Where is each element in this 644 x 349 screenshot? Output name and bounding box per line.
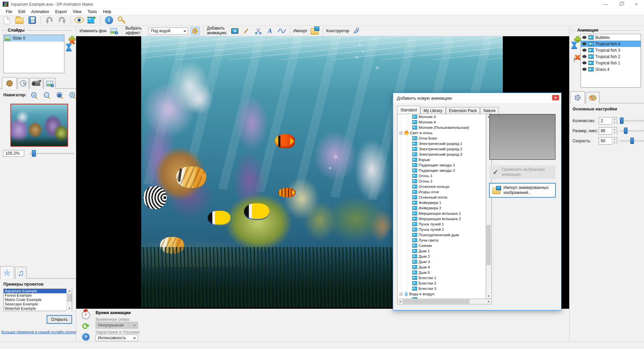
import-animated-images-button[interactable]: Импорт анимированных изображений.. xyxy=(489,183,556,198)
examples-scrollbar[interactable]: ▲ ▼ xyxy=(66,289,72,311)
loop-recycle-icon[interactable]: ⟳ xyxy=(82,322,90,331)
tab-navigator[interactable] xyxy=(2,77,17,89)
tree-item[interactable]: Вода и воздух xyxy=(397,291,486,297)
close-button[interactable]: × xyxy=(629,0,644,8)
size-spinner[interactable]: ▲▼ xyxy=(599,127,617,135)
spin-up-icon[interactable]: ▲ xyxy=(612,128,617,131)
collapse-minus-icon[interactable] xyxy=(399,132,402,135)
flatten-layers-button[interactable] xyxy=(574,57,575,62)
menu-item[interactable]: Tools xyxy=(85,9,100,15)
tree-item[interactable]: Лучи света xyxy=(397,238,486,243)
menu-item[interactable]: View xyxy=(70,9,85,15)
add-text-button[interactable]: A xyxy=(265,27,275,35)
spin-down-icon[interactable]: ▼ xyxy=(612,141,617,145)
tab-color-settings[interactable] xyxy=(586,92,600,103)
scroll-down-arrow[interactable]: ▼ xyxy=(67,306,72,311)
tree-item[interactable]: Дым 1 xyxy=(397,248,486,254)
tree-item[interactable]: Дым 2 xyxy=(397,254,486,259)
spin-up-icon[interactable]: ▲ xyxy=(612,138,617,141)
animation-tree[interactable]: Молния 3 Молния 4 Молния (Пользовательск… xyxy=(397,114,486,299)
tab-camera[interactable] xyxy=(30,78,43,89)
animation-list-item[interactable]: Tropical fish 1 xyxy=(581,60,641,66)
tree-item[interactable]: Падающие звезды 1 xyxy=(397,162,486,168)
export-video-button[interactable] xyxy=(87,15,97,25)
fish-red-angelfish[interactable] xyxy=(275,134,295,148)
tree-item[interactable]: Сияние xyxy=(397,243,486,248)
scrollbar-thumb[interactable] xyxy=(486,225,491,265)
tree-item[interactable]: Молния (Пользовательская) xyxy=(397,125,486,130)
tree-item[interactable]: Пучок лучей 2 xyxy=(397,227,486,232)
slides-list[interactable]: Slide 0 xyxy=(3,35,64,73)
animation-layers-list[interactable]: Bubbles Tropical fish 4 Tropical fish 3 … xyxy=(581,34,641,88)
count-slider-thumb[interactable] xyxy=(620,117,624,124)
new-project-button[interactable] xyxy=(1,15,12,25)
tree-item[interactable]: Электрический разряд 2 xyxy=(397,146,486,152)
zoom-out-icon[interactable]: − xyxy=(44,92,49,98)
example-list-item[interactable]: Seascape Example xyxy=(4,302,72,306)
zoom-100-icon[interactable]: = xyxy=(69,92,75,98)
open-project-button[interactable] xyxy=(14,15,25,25)
tree-item[interactable]: Мерцающая вспышка 1 xyxy=(397,211,486,216)
dialog-tab[interactable]: Nature xyxy=(480,107,499,114)
tree-item[interactable]: Блестки 3 xyxy=(397,286,486,291)
fish-yellow-1[interactable] xyxy=(244,203,269,220)
add-scissors-button[interactable] xyxy=(254,27,263,35)
scroll-right-arrow[interactable]: ► xyxy=(486,299,491,304)
tree-item[interactable]: Огонь 2 xyxy=(397,179,486,184)
about-button[interactable]: i xyxy=(104,15,114,25)
tree-item[interactable]: Свет и огонь xyxy=(397,130,486,136)
tree-item[interactable]: Психоделический дым xyxy=(397,232,486,238)
add-wave-button[interactable] xyxy=(277,27,286,35)
online-gallery-link[interactable]: Больше примеров в нашей онлайн-галерее xyxy=(1,330,79,334)
effect-settings-button[interactable] xyxy=(191,27,200,35)
fade-select[interactable]: Интенсивность xyxy=(96,335,138,341)
zoom-slider-track[interactable] xyxy=(30,153,74,154)
visibility-eye-icon[interactable] xyxy=(582,42,587,45)
tree-item[interactable]: Взрыв xyxy=(397,157,486,162)
constructor-button[interactable] xyxy=(352,27,361,35)
restore-button[interactable] xyxy=(613,0,629,8)
add-animation-button[interactable] xyxy=(230,27,239,35)
preview-button[interactable] xyxy=(74,15,85,25)
fish-yellow-2[interactable] xyxy=(208,211,230,226)
count-input[interactable] xyxy=(599,117,612,124)
tree-item[interactable]: Огненное кольцо xyxy=(397,184,486,189)
tree-item[interactable]: Электрический разряд 1 xyxy=(397,141,486,146)
zoom-value-box[interactable]: 105.2% xyxy=(3,150,24,157)
example-list-item[interactable]: Waterfall Example xyxy=(4,306,72,311)
help-icon[interactable]: ? xyxy=(82,333,90,341)
tab-music[interactable]: ♫ xyxy=(15,267,26,279)
tree-item[interactable]: Дым 5 xyxy=(397,270,486,275)
scroll-up-arrow[interactable]: ▲ xyxy=(67,289,72,293)
visibility-eye-icon[interactable] xyxy=(582,36,587,39)
move-slide-down-button[interactable] xyxy=(66,49,72,53)
save-project-button[interactable] xyxy=(27,15,38,25)
size-input[interactable] xyxy=(599,128,612,134)
menu-item[interactable]: File xyxy=(3,9,15,15)
size-slider-track[interactable] xyxy=(620,130,644,132)
tree-item[interactable]: Дым 4 xyxy=(397,264,486,270)
example-list-item[interactable]: Aquarium Example xyxy=(4,289,72,293)
minimize-button[interactable]: — xyxy=(598,0,613,8)
tree-item[interactable]: Электрический разряд 3 xyxy=(397,152,486,157)
fish-striped-round[interactable] xyxy=(143,186,167,209)
tree-item[interactable]: Огненный поток xyxy=(397,195,486,200)
scroll-left-arrow[interactable]: ◄ xyxy=(397,299,402,304)
animation-list-item[interactable]: Tropical fish 4 xyxy=(581,41,641,47)
import-button[interactable] xyxy=(310,27,319,35)
undo-button[interactable] xyxy=(44,15,55,25)
tree-item[interactable]: Пучок лучей 1 xyxy=(397,221,486,227)
tree-item[interactable] xyxy=(397,297,486,299)
speed-input[interactable] xyxy=(599,138,612,144)
register-button[interactable] xyxy=(116,15,127,25)
add-brush-button[interactable] xyxy=(242,27,251,35)
dialog-tab[interactable]: Extension Pack xyxy=(446,107,480,114)
tree-item[interactable]: Молния 4 xyxy=(397,119,486,125)
tree-horizontal-scrollbar[interactable]: ◄ ► xyxy=(397,299,492,304)
zoom-in-icon[interactable]: + xyxy=(31,92,37,98)
tree-item[interactable]: Фейерверк 2 xyxy=(397,205,486,211)
effect-select[interactable]: Под водой xyxy=(149,28,188,35)
tree-item[interactable]: Фейерверк 1 xyxy=(397,200,486,205)
size-slider-thumb[interactable] xyxy=(624,128,628,134)
dialog-tab[interactable]: My Library xyxy=(420,107,446,114)
